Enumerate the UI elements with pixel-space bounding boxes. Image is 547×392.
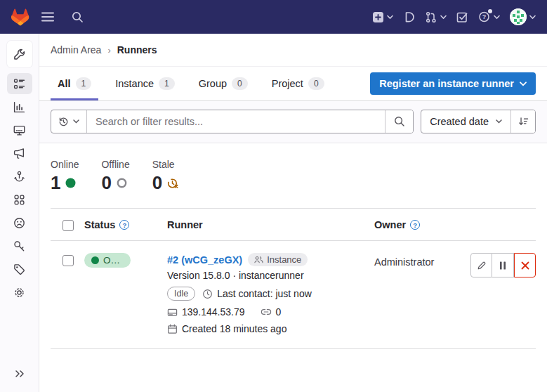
column-status: Status	[84, 219, 167, 230]
gitlab-logo-icon[interactable]	[11, 8, 29, 26]
chevron-double-right-icon	[15, 370, 25, 378]
sidebar-item-applications[interactable]	[7, 189, 32, 210]
issues-menu[interactable]	[403, 11, 415, 23]
breadcrumb: Admin Area › Runners	[39, 34, 547, 67]
sidebar-item-abuse-reports[interactable]	[7, 212, 32, 233]
sort-direction-button[interactable]	[510, 110, 535, 133]
chevron-down-icon	[387, 15, 393, 20]
sidebar-item-deploy-keys[interactable]	[7, 235, 32, 256]
sidebar-item-labels[interactable]	[7, 259, 32, 280]
stat-offline-value: 0	[101, 172, 111, 194]
people-icon	[254, 256, 263, 263]
breadcrumb-admin-area[interactable]: Admin Area	[51, 44, 101, 55]
runner-status-text: Online	[103, 255, 124, 266]
sort-descending-icon	[518, 117, 529, 126]
search-history-dropdown[interactable]	[51, 110, 87, 133]
row-checkbox[interactable]	[62, 255, 74, 266]
clock-icon	[202, 289, 213, 299]
ip-address-icon	[167, 307, 178, 318]
breadcrumb-separator: ›	[107, 45, 110, 55]
delete-runner-button[interactable]	[514, 253, 536, 277]
tab-count-badge: 0	[232, 77, 248, 90]
new-plus-menu[interactable]	[372, 11, 393, 23]
sidebar-item-analytics[interactable]	[7, 96, 32, 117]
help-menu[interactable]: ?	[478, 11, 500, 23]
stat-online-value: 1	[51, 172, 60, 194]
tab-project[interactable]: Project 0	[265, 67, 331, 100]
tab-all[interactable]: All 1	[51, 67, 98, 100]
runner-tabs-bar: All 1 Instance 1 Group 0 Project 0 Regis…	[39, 67, 547, 101]
merge-request-icon	[425, 11, 437, 23]
tab-instance[interactable]: Instance 1	[108, 67, 182, 100]
user-avatar	[510, 8, 527, 25]
runner-ip-address: 139.144.53.79	[182, 306, 245, 318]
filter-bar: Created date	[39, 101, 547, 143]
select-all-checkbox[interactable]	[62, 220, 74, 231]
monitor-icon	[13, 124, 25, 136]
pencil-icon	[477, 261, 487, 270]
search-submit-button[interactable]	[385, 110, 413, 133]
tab-label: All	[58, 78, 71, 89]
history-icon	[58, 117, 69, 127]
calendar-icon	[167, 324, 178, 334]
owner-help-icon[interactable]	[410, 220, 420, 230]
tab-count-badge: 1	[159, 77, 175, 90]
chevron-down-icon	[529, 15, 536, 20]
column-runner: Runner	[167, 219, 374, 230]
tab-label: Instance	[115, 78, 154, 89]
link-icon	[261, 308, 272, 316]
todo-check-square-icon	[456, 11, 468, 23]
offline-ring-icon	[117, 178, 127, 188]
pause-runner-button[interactable]	[492, 253, 514, 277]
breadcrumb-runners[interactable]: Runners	[117, 44, 157, 55]
runner-table-header: Status Runner Owner	[51, 208, 536, 241]
sidebar-item-settings[interactable]	[7, 282, 32, 303]
register-button-label: Register an instance runner	[379, 78, 514, 89]
main-content: Admin Area › Runners All 1 Instance 1 Gr…	[39, 34, 547, 392]
todos-menu[interactable]	[456, 11, 468, 23]
online-dot-icon	[91, 256, 99, 264]
sort-controls: Created date	[421, 110, 536, 133]
sidebar-item-overview[interactable]	[7, 73, 32, 94]
search-icon[interactable]	[66, 6, 88, 28]
online-dot-icon	[65, 178, 76, 188]
runner-stats: Online 1 Offline 0 Stale 0	[39, 143, 547, 208]
chevron-down-icon	[496, 119, 502, 124]
sidebar-item-messages[interactable]	[7, 143, 32, 164]
plus-square-icon	[372, 11, 384, 23]
hamburger-menu-icon[interactable]	[37, 6, 59, 28]
admin-sidebar	[0, 34, 39, 392]
column-runner-label: Runner	[167, 219, 203, 230]
column-owner-label: Owner	[374, 219, 406, 230]
edit-runner-button[interactable]	[470, 253, 492, 277]
stat-offline: Offline 0	[101, 159, 129, 194]
svg-text:?: ?	[482, 13, 487, 20]
status-help-icon[interactable]	[119, 220, 129, 230]
search-input[interactable]	[87, 110, 385, 133]
key-icon	[13, 240, 25, 252]
overview-list-icon	[13, 78, 25, 90]
tab-group[interactable]: Group 0	[192, 67, 255, 100]
stat-stale: Stale 0	[152, 159, 179, 194]
runner-type-badge: Instance	[248, 253, 308, 266]
register-instance-runner-button[interactable]: Register an instance runner	[370, 72, 536, 95]
pause-icon	[499, 261, 506, 270]
runner-jobs-count[interactable]: 0	[276, 306, 282, 318]
megaphone-icon	[13, 148, 25, 159]
user-menu[interactable]	[510, 8, 536, 25]
sort-by-dropdown[interactable]: Created date	[421, 110, 510, 133]
runner-name-link[interactable]: #2 (wCG_zeGX)	[167, 254, 242, 266]
chevron-down-icon	[520, 81, 527, 86]
sidebar-item-monitoring[interactable]	[7, 119, 32, 141]
tab-count-badge: 0	[308, 77, 324, 90]
stat-stale-label: Stale	[152, 159, 179, 170]
notification-dot	[488, 9, 492, 13]
sidebar-item-system-hooks[interactable]	[7, 166, 32, 187]
sidebar-item-admin-area[interactable]	[7, 41, 32, 67]
expand-sidebar-toggle[interactable]	[7, 364, 32, 384]
merge-requests-menu[interactable]	[425, 11, 447, 23]
tab-label: Project	[272, 78, 303, 89]
search-filter-box	[51, 110, 414, 133]
runner-type-label: Instance	[267, 254, 301, 265]
tab-count-badge: 1	[76, 77, 92, 90]
